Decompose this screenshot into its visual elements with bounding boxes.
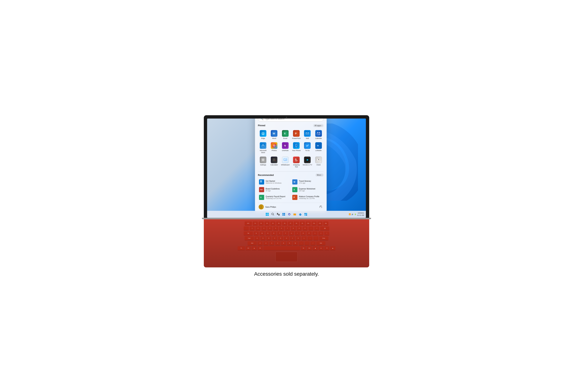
app-edge[interactable]: Edge xyxy=(258,129,268,141)
key-f8[interactable]: F8 xyxy=(294,221,299,226)
key-minus[interactable]: - xyxy=(308,226,314,231)
app-mail[interactable]: Mail xyxy=(302,129,313,141)
taskbar-widgets[interactable] xyxy=(282,212,286,216)
key-comma[interactable]: , xyxy=(299,241,304,245)
app-yourphone[interactable]: Your Phone xyxy=(291,141,301,155)
app-snipping[interactable]: Snipping Tool xyxy=(291,156,301,169)
search-bar[interactable]: 🔍 Type here to search xyxy=(258,119,324,122)
key-9[interactable]: 9 xyxy=(297,226,302,231)
key-z[interactable]: Z xyxy=(257,241,263,245)
key-lshift[interactable]: Shift xyxy=(248,241,257,245)
key-y[interactable]: Y xyxy=(283,231,288,235)
key-up[interactable]: ▲ xyxy=(319,246,324,250)
key-backspace[interactable]: ⌫ xyxy=(320,226,329,231)
app-excel[interactable]: X Excel xyxy=(280,129,290,141)
key-quote[interactable]: ' xyxy=(313,236,319,240)
key-e[interactable]: E xyxy=(265,231,270,235)
key-j[interactable]: J xyxy=(290,236,295,240)
key-backtick[interactable]: ` xyxy=(244,226,249,231)
key-b[interactable]: B xyxy=(281,241,286,245)
taskbar-store[interactable] xyxy=(304,212,308,216)
key-right[interactable]: ▶ xyxy=(330,246,335,250)
app-photos[interactable]: Photos xyxy=(269,141,279,155)
key-6[interactable]: 6 xyxy=(279,226,284,231)
key-rctrl[interactable]: Ctrl xyxy=(307,246,312,250)
key-h[interactable]: H xyxy=(284,236,289,240)
power-button[interactable] xyxy=(319,205,323,209)
key-space[interactable] xyxy=(263,246,300,250)
key-g[interactable]: G xyxy=(278,236,283,240)
rec-payroll[interactable]: X Quarterly Payroll Report Yesterday at … xyxy=(258,194,290,201)
key-4[interactable]: 4 xyxy=(267,226,272,231)
key-win[interactable]: ⊞ xyxy=(251,246,257,250)
more-button[interactable]: More › xyxy=(315,174,324,177)
key-f10[interactable]: F10 xyxy=(306,221,311,226)
rec-expense[interactable]: X Expense Worksheet 12h ago xyxy=(291,186,324,193)
key-l[interactable]: L xyxy=(302,236,307,240)
app-whiteboard[interactable]: Whiteboard xyxy=(280,156,290,169)
key-f6[interactable]: F6 xyxy=(282,221,287,226)
key-x[interactable]: X xyxy=(263,241,269,245)
key-enter[interactable]: Enter xyxy=(319,236,328,240)
key-f11[interactable]: F11 xyxy=(311,221,317,226)
key-rshift[interactable]: Shift xyxy=(316,241,325,245)
key-f5[interactable]: F5 xyxy=(276,221,281,226)
app-msstore[interactable]: Microsoft Store xyxy=(258,141,268,155)
key-down[interactable]: ▼ xyxy=(324,246,329,250)
key-t[interactable]: T xyxy=(277,231,282,235)
key-semi[interactable]: ; xyxy=(307,236,313,240)
key-slash[interactable]: / xyxy=(310,241,316,245)
taskbar-edge[interactable] xyxy=(298,212,303,216)
key-f4[interactable]: F4 xyxy=(270,221,275,226)
key-f[interactable]: F xyxy=(272,236,277,240)
key-0[interactable]: 0 xyxy=(303,226,308,231)
key-5[interactable]: 5 xyxy=(273,226,278,231)
key-rbracket[interactable]: ] xyxy=(318,231,323,235)
app-settings[interactable]: Settings xyxy=(258,156,268,169)
key-k[interactable]: K xyxy=(296,236,301,240)
app-onenote[interactable]: N OneNote xyxy=(280,141,290,155)
key-2[interactable]: 2 xyxy=(255,226,261,231)
key-f1[interactable]: F1 xyxy=(253,221,258,226)
rec-adatum[interactable]: P Adatum Company Profile Yesterday at 1:… xyxy=(291,194,324,201)
start-button[interactable] xyxy=(265,212,269,216)
key-v[interactable]: V xyxy=(275,241,280,245)
system-clock[interactable]: 10/20/21 11:11 AM xyxy=(357,212,364,216)
key-w[interactable]: W xyxy=(259,231,265,235)
user-profile[interactable]: Sara Philips xyxy=(259,204,276,210)
taskbar-taskview[interactable] xyxy=(276,212,280,216)
key-lbracket[interactable]: [ xyxy=(312,231,318,235)
touchpad[interactable] xyxy=(275,252,298,262)
all-apps-button[interactable]: All apps › xyxy=(313,124,324,127)
rec-brand[interactable]: PDF Brand Guidelines 2h ago xyxy=(258,186,290,193)
key-n[interactable]: N xyxy=(287,241,292,245)
key-left[interactable]: ◀ xyxy=(313,246,318,250)
app-todo[interactable]: To Do xyxy=(302,141,313,155)
key-equals[interactable]: = xyxy=(314,226,319,231)
app-calendar[interactable]: 20 Calendar xyxy=(313,129,324,141)
key-d[interactable]: D xyxy=(266,236,271,240)
key-p[interactable]: P xyxy=(306,231,312,235)
key-f9[interactable]: F9 xyxy=(300,221,305,226)
key-f2[interactable]: F2 xyxy=(259,221,264,226)
key-caps[interactable]: Caps xyxy=(245,236,254,240)
key-period[interactable]: . xyxy=(304,241,310,245)
key-7[interactable]: 7 xyxy=(285,226,290,231)
search-placeholder[interactable]: Type here to search xyxy=(265,119,321,120)
key-m[interactable]: M xyxy=(293,241,298,245)
key-a[interactable]: A xyxy=(254,236,260,240)
key-8[interactable]: 8 xyxy=(291,226,296,231)
key-f3[interactable]: F3 xyxy=(265,221,269,226)
key-r[interactable]: R xyxy=(271,231,276,235)
key-backslash[interactable]: \ xyxy=(324,231,329,235)
key-i[interactable]: I xyxy=(295,231,300,235)
key-alt[interactable]: Alt xyxy=(257,246,263,250)
app-movies[interactable]: Movies & TV xyxy=(302,156,313,169)
key-ctrl[interactable]: Ctrl xyxy=(246,246,251,250)
key-q[interactable]: Q xyxy=(254,231,259,235)
key-s[interactable]: S xyxy=(260,236,266,240)
taskbar-explorer[interactable] xyxy=(293,212,297,216)
key-f7[interactable]: F7 xyxy=(288,221,293,226)
app-clock[interactable]: Clock xyxy=(313,156,324,169)
key-f12[interactable]: F12 xyxy=(317,221,322,226)
